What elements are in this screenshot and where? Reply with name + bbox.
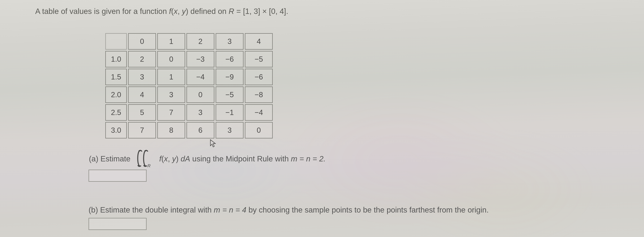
cell: 6 bbox=[186, 122, 214, 138]
table-corner bbox=[105, 33, 127, 50]
col-head: 2 bbox=[186, 33, 214, 50]
paren-close: ) bbox=[176, 154, 180, 163]
paren-open: ( bbox=[161, 154, 164, 163]
cell: −5 bbox=[245, 51, 273, 67]
part-b-tail: by choosing the sample points to be the … bbox=[246, 206, 489, 214]
fn-f: f bbox=[159, 154, 162, 163]
var-y: y bbox=[182, 7, 186, 15]
qa-tail: using the Midpoint Rule with bbox=[192, 154, 291, 163]
cell: −9 bbox=[216, 69, 244, 85]
intro-text: A table of values is given for a functio… bbox=[35, 7, 169, 15]
row-head: 2.0 bbox=[105, 86, 127, 103]
col-head: 1 bbox=[157, 33, 185, 50]
col-head: 4 bbox=[245, 33, 273, 50]
cell: 0 bbox=[245, 122, 273, 138]
row-head: 1.5 bbox=[105, 69, 127, 85]
var-x: x bbox=[164, 154, 168, 163]
double-integral-icon: R bbox=[134, 149, 156, 170]
cell: −4 bbox=[186, 69, 214, 85]
var-x: x bbox=[174, 7, 178, 15]
cell: 1 bbox=[157, 69, 185, 85]
mouse-cursor-icon bbox=[210, 139, 217, 148]
cell: 7 bbox=[128, 122, 156, 138]
cell: 4 bbox=[128, 86, 156, 103]
problem-intro: A table of values is given for a functio… bbox=[35, 7, 288, 16]
paren-open: ( bbox=[171, 7, 174, 15]
cell: −6 bbox=[245, 69, 273, 85]
intro-text2: ) defined on bbox=[186, 7, 228, 15]
cell: −5 bbox=[216, 86, 244, 103]
mn-eq: m = n = 2. bbox=[291, 154, 326, 163]
cell: 3 bbox=[128, 69, 156, 85]
part-a-label: (a) Estimate bbox=[89, 154, 130, 163]
row-head: 3.0 bbox=[105, 122, 127, 138]
values-table: 0 1 2 3 4 1.0 2 0 −3 −6 −5 1.5 3 1 −4 −9… bbox=[104, 32, 274, 140]
var-y: y bbox=[172, 154, 176, 163]
part-b-text: (b) Estimate the double integral with bbox=[88, 206, 214, 214]
cell: −8 bbox=[245, 86, 273, 103]
cell: 2 bbox=[128, 51, 156, 67]
cell: 5 bbox=[128, 104, 156, 121]
answer-input-a[interactable] bbox=[88, 170, 146, 182]
col-head: 3 bbox=[216, 33, 244, 50]
svg-text:R: R bbox=[148, 163, 150, 168]
cell: −1 bbox=[216, 104, 244, 121]
part-b: (b) Estimate the double integral with m … bbox=[88, 205, 489, 214]
cell: 7 bbox=[157, 104, 185, 121]
cell: 3 bbox=[186, 104, 214, 121]
cell: 3 bbox=[157, 86, 185, 103]
cell: 8 bbox=[157, 122, 185, 138]
cell: −4 bbox=[245, 104, 273, 121]
cell: −3 bbox=[186, 51, 214, 67]
comma: , bbox=[178, 7, 182, 15]
mn-eq: m = n = 4 bbox=[214, 206, 246, 214]
cell: 0 bbox=[157, 51, 185, 67]
cell: 0 bbox=[186, 86, 214, 103]
cell: −6 bbox=[216, 51, 244, 67]
dA: dA bbox=[180, 154, 190, 163]
answer-input-b[interactable] bbox=[88, 218, 146, 230]
row-head: 2.5 bbox=[105, 104, 127, 121]
comma: , bbox=[168, 154, 172, 163]
cell: 3 bbox=[216, 122, 244, 138]
col-head: 0 bbox=[128, 33, 156, 50]
intro-text3: = [1, 3] × [0, 4]. bbox=[234, 7, 288, 15]
region-R: R bbox=[228, 7, 234, 15]
part-a: (a) Estimate R f(x, y) dA using the Midp… bbox=[89, 149, 326, 170]
fn-f: f bbox=[169, 7, 171, 15]
row-head: 1.0 bbox=[105, 51, 127, 67]
